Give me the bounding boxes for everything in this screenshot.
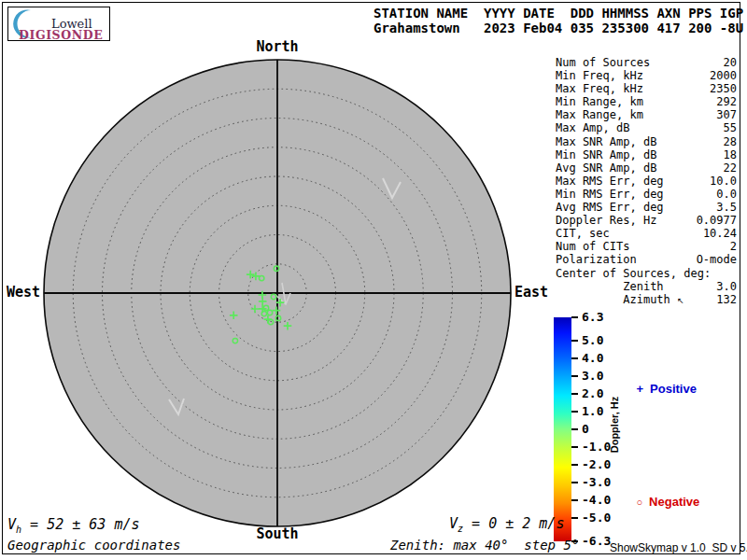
logo-digisonde-text: DIGISONDE: [19, 30, 103, 41]
legend-positive-label: Positive: [650, 382, 697, 396]
stat-value: 307: [716, 108, 737, 121]
stat-label: Avg RMS Err, deg: [556, 201, 664, 214]
colorbar-tick-label: -3.0: [582, 475, 611, 489]
showskymap-window: Lowell DIGISONDE STATION NAME YYYY DATE …: [0, 0, 747, 560]
stat-value: 55: [724, 121, 737, 134]
colorbar-tick-label: -5.0: [582, 511, 611, 525]
stat-label: Num of CITs: [556, 240, 629, 253]
colorbar-tick-label: 1.0: [582, 404, 603, 418]
stat-label: Doppler Res, Hz: [556, 214, 656, 227]
software-version: ShowSkymap v 1.0 SD v 5.1: [610, 541, 747, 554]
compass-label-west: West: [7, 286, 40, 300]
colorbar-tick: [571, 393, 578, 395]
stat-row: CIT, sec10.24: [556, 227, 737, 240]
colorbar-tick-label: -6.3: [582, 534, 611, 548]
lowell-digisonde-logo: Lowell DIGISONDE: [7, 7, 110, 41]
colorbar-tick: [571, 316, 578, 318]
stat-row: Min RMS Err, deg0.0: [556, 188, 737, 201]
colorbar-tick-label: 6.3: [582, 310, 603, 324]
stat-row: Num of Sources20: [556, 56, 737, 69]
stat-value: 10.0: [710, 175, 737, 188]
stat-row: Max Freq, kHz2350: [556, 82, 737, 95]
azimuth-direction-arrow-icon: ↖: [677, 296, 684, 305]
compass-label-north: North: [256, 40, 298, 54]
stat-value: 20: [724, 56, 737, 69]
stat-row: Avg SNR Amp, dB22: [556, 161, 737, 175]
stat-label: Zenith: [556, 280, 664, 293]
stat-row: Doppler Res, Hz0.0977: [556, 214, 737, 227]
stat-label: CIT, sec: [556, 227, 610, 240]
vertical-velocity-readout: Vz = 0 ± 2 m/s: [449, 516, 564, 537]
stat-label: Max SNR Amp, dB: [556, 135, 656, 148]
header-column-titles: STATION NAME YYYY DATE DDD HHMMSS AXN PP…: [374, 7, 743, 21]
stat-value: 132: [716, 293, 737, 306]
stat-value: 3.5: [716, 201, 737, 214]
stat-row: Num of CITs2: [556, 240, 737, 253]
zenith-scale-note: Zenith: max 40° step 5°: [390, 538, 579, 553]
stat-row: Min SNR Amp, dB18: [556, 148, 737, 161]
stat-value: 28: [724, 135, 737, 148]
colorbar-tick-label: -1.0: [582, 440, 611, 454]
colorbar-tick: [571, 411, 578, 413]
stat-row: Center of Sources, deg:: [556, 267, 737, 280]
coordinate-system-note: Geographic coordinates: [7, 538, 180, 553]
stat-label: Min Freq, kHz: [556, 69, 643, 82]
stat-label: Center of Sources, deg:: [556, 267, 711, 280]
stat-value: 22: [724, 161, 737, 175]
stat-row: Avg RMS Err, deg3.5: [556, 201, 737, 214]
stat-row: Max RMS Err, deg10.0: [556, 175, 737, 188]
stat-row: Zenith3.0: [556, 280, 737, 293]
stat-value: 2350: [710, 82, 737, 95]
stat-label: Min RMS Err, deg: [556, 188, 664, 201]
colorbar-tick: [571, 482, 578, 483]
legend-negative: ○Negative: [623, 481, 699, 523]
stat-row: Azimuth ↖132: [556, 293, 737, 306]
stat-label: Avg SNR Amp, dB: [556, 161, 656, 175]
stat-value: 292: [716, 95, 737, 108]
stat-label: Azimuth ↖: [556, 293, 684, 306]
colorbar-tick: [571, 375, 578, 377]
colorbar-tick-label: 3.0: [582, 369, 603, 383]
stat-row: Max SNR Amp, dB28: [556, 135, 737, 148]
stats-panel: Num of Sources20Min Freq, kHz2000Max Fre…: [556, 56, 737, 306]
colorbar-tick: [571, 428, 578, 430]
legend-positive: +Positive: [623, 368, 697, 410]
stat-value: 3.0: [716, 280, 737, 293]
colorbar-tick-label: 5.0: [582, 333, 603, 347]
stat-value: 0.0977: [697, 214, 737, 227]
colorbar-tick-label: -2.0: [582, 457, 611, 471]
legend-negative-label: Negative: [649, 495, 699, 509]
stat-row: Max Range, km307: [556, 108, 737, 121]
colorbar-tick-label: 4.0: [582, 351, 603, 365]
colorbar-tick-label: -4.0: [582, 493, 611, 507]
stat-label: Num of Sources: [556, 56, 650, 69]
colorbar-tick: [571, 464, 578, 466]
stat-value: 18: [724, 148, 737, 161]
negative-marker-icon: ○: [636, 497, 642, 508]
colorbar-tick: [571, 340, 578, 342]
stat-label: Max Range, km: [556, 108, 643, 121]
stat-label: Min SNR Amp, dB: [556, 148, 656, 161]
horizontal-velocity-readout: Vh = 52 ± 63 m/s: [7, 517, 140, 538]
skymap-plot: [0, 0, 560, 560]
colorbar-tick: [571, 446, 578, 448]
stat-row: Max Amp, dB55: [556, 121, 737, 134]
stat-value: O-mode: [697, 253, 737, 266]
header-station-values: Grahamstown 2023 Feb04 035 235300 417 20…: [374, 21, 743, 35]
colorbar-tick-label: 0: [582, 422, 589, 436]
stat-value: 2: [730, 240, 737, 253]
stat-value: 2000: [710, 69, 737, 82]
stat-row: Min Range, km292: [556, 95, 737, 108]
stat-value: 10.24: [703, 227, 737, 240]
colorbar-tick: [571, 357, 578, 359]
stat-label: Max Amp, dB: [556, 121, 629, 134]
colorbar-tick-label: 2.0: [582, 386, 603, 400]
stat-row: PolarizationO-mode: [556, 253, 737, 266]
doppler-axis-label: Doppler, Hz: [609, 397, 620, 454]
colorbar-tick: [571, 499, 578, 501]
compass-label-east: East: [514, 286, 548, 300]
stat-label: Max RMS Err, deg: [556, 175, 664, 188]
compass-label-south: South: [256, 527, 298, 541]
stat-label: Polarization: [556, 253, 637, 266]
positive-marker-icon: +: [636, 382, 643, 396]
